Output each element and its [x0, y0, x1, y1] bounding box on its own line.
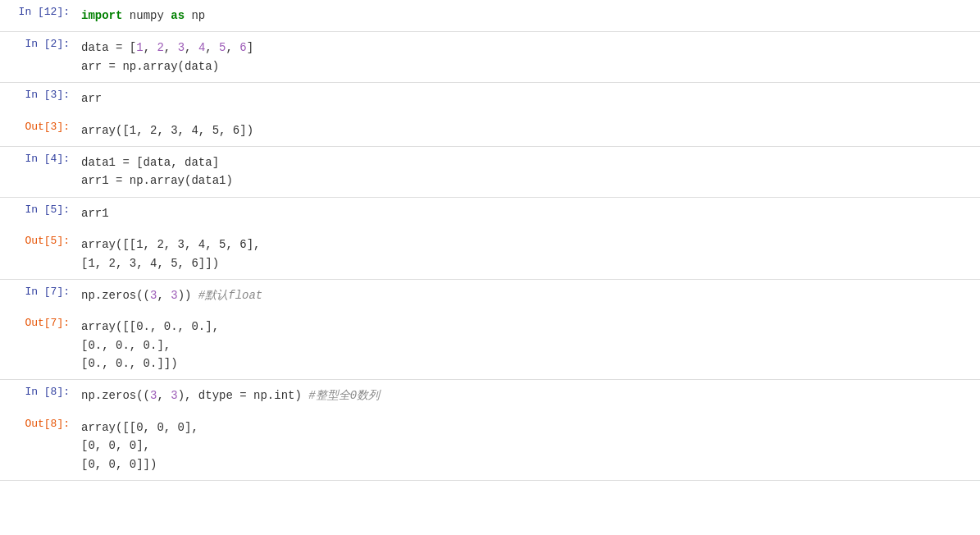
input-content: data = [1, 2, 3, 4, 5, 6]arr = np.array(…	[78, 37, 980, 77]
code-line: import numpy as np	[81, 7, 977, 25]
cell-input-row[interactable]: In [7]:np.zeros((3, 3)) #默认float	[0, 280, 980, 311]
code-part-plain: ,	[157, 289, 171, 302]
in-label: In [2]:	[0, 37, 78, 50]
output-line: array([1, 2, 3, 4, 5, 6])	[81, 121, 977, 139]
code-part-plain: ,	[164, 41, 178, 54]
input-content: data1 = [data, data]arr1 = np.array(data…	[78, 152, 980, 192]
output-part: array([1, 2, 3, 4, 5, 6])	[81, 124, 253, 137]
code-part-plain: arr1	[81, 207, 109, 220]
output-part: [0, 0, 0],	[81, 439, 150, 452]
code-part-plain: ), dtype = np.int)	[178, 389, 309, 402]
code-part-plain: data = [	[81, 41, 136, 54]
cell-input-row[interactable]: In [5]:arr1	[0, 198, 980, 229]
output-part: [1, 2, 3, 4, 5, 6]])	[81, 257, 219, 270]
cell-input-row[interactable]: In [4]:data1 = [data, data]arr1 = np.arr…	[0, 147, 980, 197]
cell-cell-4: In [4]:data1 = [data, data]arr1 = np.arr…	[0, 147, 980, 198]
output-content: array([[1, 2, 3, 4, 5, 6], [1, 2, 3, 4, …	[78, 234, 980, 274]
in-label: In [12]:	[0, 5, 78, 18]
code-part-num: 3	[171, 389, 177, 402]
output-line: array([[0, 0, 0],	[81, 418, 977, 437]
code-part-plain: np	[185, 9, 205, 22]
input-content: arr	[78, 88, 980, 109]
cell-output-row: Out[5]:array([[1, 2, 3, 4, 5, 6], [1, 2,…	[0, 229, 980, 279]
code-line: np.zeros((3, 3), dtype = np.int) #整型全0数列	[81, 386, 977, 405]
input-content: arr1	[78, 203, 980, 224]
code-part-num: 6	[239, 41, 246, 54]
code-part-plain: ))	[178, 289, 198, 302]
in-label: In [5]:	[0, 203, 78, 216]
out-label: Out[8]:	[0, 417, 78, 430]
out-label: Out[7]:	[0, 316, 78, 329]
code-part-num: 2	[157, 41, 163, 54]
cell-cell-12: In [12]:import numpy as np	[0, 0, 980, 32]
code-part-comment: #默认float	[198, 289, 262, 302]
output-line: [0, 0, 0],	[81, 437, 977, 455]
output-line: array([[0., 0., 0.],	[81, 318, 977, 336]
cell-input-row[interactable]: In [3]:arr	[0, 83, 980, 114]
input-content: np.zeros((3, 3)) #默认float	[78, 285, 980, 306]
code-part-plain: ,	[226, 41, 240, 54]
code-part-plain: arr1 = np.array(data1)	[81, 174, 233, 187]
output-content: array([[0., 0., 0.], [0., 0., 0.], [0., …	[78, 316, 980, 374]
in-label: In [4]:	[0, 152, 78, 165]
input-content: np.zeros((3, 3), dtype = np.int) #整型全0数列	[78, 385, 980, 406]
code-part-kw: as	[171, 9, 185, 22]
code-part-plain: arr = np.array(data)	[81, 60, 219, 73]
code-part-plain: arr	[81, 92, 102, 105]
code-part-num: 3	[178, 41, 185, 54]
cell-input-row[interactable]: In [8]:np.zeros((3, 3), dtype = np.int) …	[0, 380, 980, 411]
cell-input-row[interactable]: In [2]:data = [1, 2, 3, 4, 5, 6]arr = np…	[0, 32, 980, 82]
cell-cell-5: In [5]:arr1Out[5]:array([[1, 2, 3, 4, 5,…	[0, 198, 980, 280]
code-line: arr1 = np.array(data1)	[81, 171, 977, 190]
output-content: array([[0, 0, 0], [0, 0, 0], [0, 0, 0]])	[78, 417, 980, 475]
input-content: import numpy as np	[78, 5, 980, 26]
code-part-plain: numpy	[122, 9, 171, 22]
code-part-plain: ,	[157, 389, 171, 402]
cell-cell-3: In [3]:arrOut[3]:array([1, 2, 3, 4, 5, 6…	[0, 83, 980, 147]
code-part-plain: data1 = [data, data]	[81, 156, 219, 169]
code-part-num: 1	[136, 41, 143, 54]
code-part-num: 5	[219, 41, 226, 54]
output-part: array([[0, 0, 0],	[81, 421, 198, 434]
code-line: data1 = [data, data]	[81, 153, 977, 171]
notebook: In [12]:import numpy as npIn [2]:data = …	[0, 0, 980, 535]
output-part: [0., 0., 0.]])	[81, 357, 178, 370]
code-part-comment: #整型全0数列	[308, 389, 380, 402]
code-line: np.zeros((3, 3)) #默认float	[81, 286, 977, 304]
cell-output-row: Out[8]:array([[0, 0, 0], [0, 0, 0], [0, …	[0, 412, 980, 480]
output-content: array([1, 2, 3, 4, 5, 6])	[78, 120, 980, 141]
code-part-plain: ]	[247, 41, 253, 54]
cell-cell-8: In [8]:np.zeros((3, 3), dtype = np.int) …	[0, 380, 980, 481]
output-line: [0., 0., 0.],	[81, 336, 977, 354]
code-part-plain: np.zeros((	[81, 289, 150, 302]
code-line: arr	[81, 89, 977, 107]
code-part-plain: ,	[205, 41, 219, 54]
cell-output-row: Out[7]:array([[0., 0., 0.], [0., 0., 0.]…	[0, 311, 980, 379]
output-line: array([[1, 2, 3, 4, 5, 6],	[81, 235, 977, 254]
cell-cell-7: In [7]:np.zeros((3, 3)) #默认floatOut[7]:a…	[0, 280, 980, 381]
in-label: In [3]:	[0, 88, 78, 101]
in-label: In [7]:	[0, 285, 78, 298]
cell-cell-2: In [2]:data = [1, 2, 3, 4, 5, 6]arr = np…	[0, 32, 980, 83]
output-part: array([[1, 2, 3, 4, 5, 6],	[81, 238, 260, 251]
code-part-plain: ,	[185, 41, 198, 54]
code-part-kw: import	[81, 9, 122, 22]
output-line: [0, 0, 0]])	[81, 455, 977, 473]
code-line: data = [1, 2, 3, 4, 5, 6]	[81, 39, 977, 57]
code-part-plain: ,	[144, 41, 157, 54]
code-part-num: 3	[171, 289, 177, 302]
output-line: [0., 0., 0.]])	[81, 354, 977, 373]
code-part-plain: np.zeros((	[81, 389, 150, 402]
cell-output-row: Out[3]:array([1, 2, 3, 4, 5, 6])	[0, 115, 980, 146]
output-line: [1, 2, 3, 4, 5, 6]])	[81, 254, 977, 272]
output-part: array([[0., 0., 0.],	[81, 320, 219, 333]
output-part: [0, 0, 0]])	[81, 458, 157, 471]
code-line: arr = np.array(data)	[81, 57, 977, 75]
out-label: Out[5]:	[0, 234, 78, 247]
output-part: [0., 0., 0.],	[81, 339, 171, 352]
out-label: Out[3]:	[0, 120, 78, 133]
cell-input-row[interactable]: In [12]:import numpy as np	[0, 0, 980, 31]
code-line: arr1	[81, 204, 977, 222]
in-label: In [8]:	[0, 385, 78, 398]
